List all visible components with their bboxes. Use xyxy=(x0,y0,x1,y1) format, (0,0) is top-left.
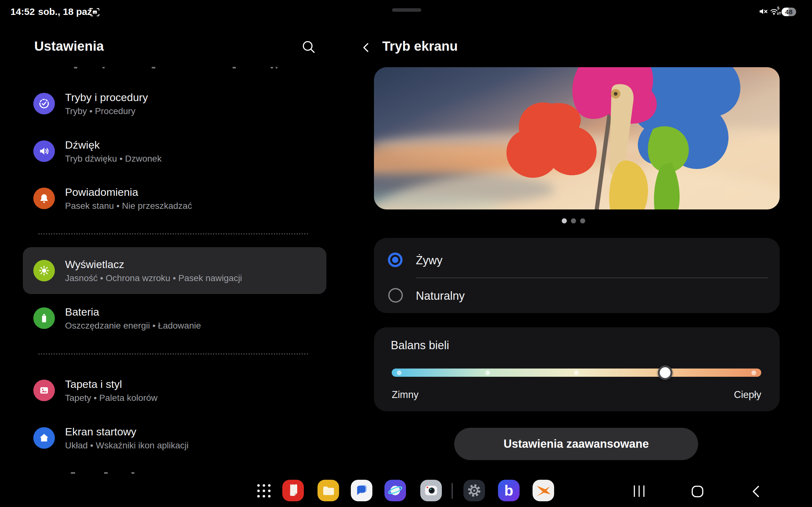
option-natural-label: Naturalny xyxy=(416,289,465,303)
white-balance-card: Balans bieli Zimny Ciepły xyxy=(374,327,780,411)
settings-app-icon[interactable] xyxy=(463,480,485,501)
speaker-icon xyxy=(33,140,55,162)
nav-home-button[interactable] xyxy=(692,486,704,499)
item-title: Wyświetlacz xyxy=(65,257,124,272)
wifi-5-signal-icon: 5 xyxy=(769,6,781,18)
carousel-dots[interactable] xyxy=(562,218,585,223)
option-divider xyxy=(416,278,768,278)
battery-icon xyxy=(33,307,55,329)
item-title: Tryby i procedury xyxy=(65,90,148,105)
item-title: Dźwięk xyxy=(65,137,100,153)
back-chevron-icon[interactable] xyxy=(360,41,373,55)
home-icon xyxy=(33,427,55,449)
item-title: Powiadomienia xyxy=(65,184,138,200)
sun-icon xyxy=(33,260,55,281)
nav-recents-button[interactable] xyxy=(633,486,645,498)
samsung-notes-app-icon[interactable] xyxy=(282,480,304,501)
apps-grid-button[interactable] xyxy=(257,484,270,498)
screenshot-capture-icon[interactable] xyxy=(90,8,100,18)
sidebar-item-notifications[interactable]: Powiadomienia Pasek stanu • Nie przeszka… xyxy=(23,175,326,222)
list-divider xyxy=(38,233,308,234)
status-date: sob., 18 paź xyxy=(38,6,92,17)
battery-percent: 48 xyxy=(781,8,796,16)
carousel-dot-1[interactable] xyxy=(571,218,576,223)
page-title: Ustawienia xyxy=(34,39,104,54)
item-subtitle: Pasek stanu • Nie przeszkadzać xyxy=(65,199,192,213)
advanced-settings-button[interactable]: Ustawienia zaawansowane xyxy=(454,428,698,460)
bixby-app-icon[interactable]: b xyxy=(498,480,519,501)
sidebar-item-modes-routines[interactable]: Tryby i procedury Tryby • Procedury xyxy=(23,80,326,127)
white-balance-handle[interactable] xyxy=(658,365,672,380)
detail-title: Tryb ekranu xyxy=(382,39,458,54)
item-subtitle: Tryb dźwięku • Dzwonek xyxy=(65,152,161,166)
battery-indicator: 48 xyxy=(781,8,796,16)
bixby-b-glyph: b xyxy=(504,481,513,500)
item-subtitle: Oszczędzanie energii • Ładowanie xyxy=(65,319,201,333)
item-subtitle: Tapety • Paleta kolorów xyxy=(65,391,158,405)
item-subtitle: Tryby • Procedury xyxy=(65,104,136,118)
item-subtitle: Jasność • Ochrona wzroku • Pasek nawigac… xyxy=(65,271,242,285)
list-divider xyxy=(38,353,308,354)
screen-mode-options-card: Żywy Naturalny xyxy=(374,238,780,313)
item-title: Bateria xyxy=(65,304,99,320)
bell-icon xyxy=(33,187,55,209)
my-files-app-icon[interactable] xyxy=(317,480,339,501)
option-vivid[interactable]: Żywy xyxy=(388,249,766,274)
slider-tick xyxy=(574,371,579,375)
screen-mode-preview-image[interactable] xyxy=(374,67,780,210)
sound-muted-icon xyxy=(759,7,768,17)
item-title: Tapeta i styl xyxy=(65,377,122,392)
option-natural[interactable]: Naturalny xyxy=(388,285,766,310)
sidebar-item-display[interactable]: Wyświetlacz Jasność • Ochrona wzroku • P… xyxy=(23,247,326,294)
flex-mode-drag-handle[interactable] xyxy=(392,8,421,12)
white-balance-warm-label: Ciepły xyxy=(392,389,761,401)
item-subtitle: Układ • Wskaźniki ikon aplikacji xyxy=(65,439,189,452)
status-time: 14:52 xyxy=(10,6,35,17)
radio-vivid[interactable] xyxy=(388,252,403,267)
samsung-internet-app-icon[interactable] xyxy=(385,480,406,501)
nav-back-button[interactable] xyxy=(751,485,760,499)
sidebar-item-battery[interactable]: Bateria Oszczędzanie energii • Ładowanie xyxy=(23,295,326,342)
slider-tick xyxy=(397,371,402,375)
search-icon[interactable] xyxy=(301,39,316,56)
sidebar-item-home-screen[interactable]: Ekran startowy Układ • Wskaźniki ikon ap… xyxy=(23,414,326,461)
routines-clock-check-icon xyxy=(33,93,55,114)
camera-app-icon[interactable] xyxy=(420,480,442,501)
dock-separator xyxy=(452,483,453,499)
sidebar-item-wallpaper[interactable]: Tapeta i styl Tapety • Paleta kolorów xyxy=(23,367,326,414)
wallpaper-image-icon xyxy=(33,380,55,401)
radio-natural[interactable] xyxy=(388,288,403,302)
slider-tick xyxy=(485,371,490,375)
svg-text:5: 5 xyxy=(777,6,780,10)
swift-app-icon[interactable] xyxy=(532,480,554,501)
option-vivid-label: Żywy xyxy=(416,253,443,268)
slider-tick xyxy=(751,371,756,375)
white-balance-title: Balans bieli xyxy=(391,339,449,352)
item-title: Ekran startowy xyxy=(65,424,136,439)
carousel-dot-2[interactable] xyxy=(580,218,585,223)
white-balance-track[interactable] xyxy=(392,369,761,377)
carousel-dot-0[interactable] xyxy=(562,218,567,223)
messages-app-icon[interactable] xyxy=(351,480,372,501)
sidebar-item-sound[interactable]: Dźwięk Tryb dźwięku • Dzwonek xyxy=(23,128,326,175)
